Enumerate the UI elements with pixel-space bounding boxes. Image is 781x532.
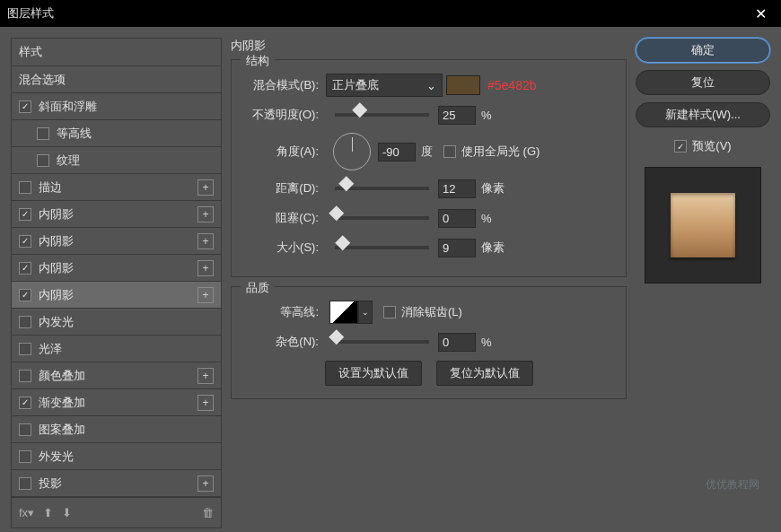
style-checkbox[interactable] (19, 343, 31, 355)
panel-title: 内阴影 (231, 38, 627, 54)
add-effect-button[interactable]: + (197, 368, 214, 384)
style-label: 颜色叠加 (39, 368, 85, 384)
distance-label: 距离(D): (242, 180, 319, 196)
style-label: 光泽 (39, 341, 62, 357)
structure-fieldset: 结构 混合模式(B): 正片叠底 ⌄ #5e482b 不透明度(O): 25 % (231, 59, 627, 277)
style-checkbox[interactable] (19, 450, 31, 463)
fx-icon[interactable]: fx▾ (19, 506, 34, 519)
distance-slider[interactable] (335, 187, 429, 190)
style-item[interactable]: 等高线 (12, 120, 221, 147)
add-effect-button[interactable]: + (197, 179, 214, 196)
add-effect-button[interactable]: + (197, 395, 214, 411)
noise-slider[interactable] (335, 340, 429, 344)
add-effect-button[interactable]: + (197, 233, 214, 249)
dialog-title: 图层样式 (7, 5, 54, 22)
style-checkbox[interactable] (37, 127, 49, 140)
style-item[interactable]: ✓内阴影+ (12, 255, 221, 282)
style-checkbox[interactable]: ✓ (19, 262, 31, 275)
add-effect-button[interactable]: + (197, 475, 214, 492)
style-label: 等高线 (57, 126, 92, 142)
size-slider[interactable] (335, 246, 429, 249)
global-light-checkbox[interactable] (443, 145, 456, 158)
style-label: 渐变叠加 (39, 395, 85, 411)
style-item[interactable]: 外发光 (12, 443, 221, 470)
style-checkbox[interactable] (19, 181, 31, 194)
size-input[interactable]: 9 (438, 239, 476, 257)
style-checkbox[interactable]: ✓ (19, 100, 31, 113)
style-item[interactable]: ✓内阴影+ (12, 282, 221, 309)
distance-unit: 像素 (481, 180, 505, 196)
style-checkbox[interactable]: ✓ (19, 208, 31, 221)
noise-input[interactable]: 0 (438, 333, 476, 352)
make-default-button[interactable]: 设置为默认值 (325, 361, 422, 386)
add-effect-button[interactable]: + (197, 287, 214, 303)
right-panel: 确定 复位 新建样式(W)... ✓ 预览(V) (636, 38, 770, 528)
add-effect-button[interactable]: + (197, 260, 214, 276)
styles-header: 样式 (12, 39, 221, 66)
color-swatch[interactable] (446, 75, 480, 95)
style-item[interactable]: 光泽 (12, 336, 221, 362)
up-icon[interactable]: ⬆ (43, 506, 53, 519)
opacity-input[interactable]: 25 (438, 106, 476, 125)
blend-options[interactable]: 混合选项 (12, 66, 221, 93)
opacity-slider[interactable] (335, 113, 429, 117)
color-annotation: #5e482b (487, 78, 537, 92)
opacity-label: 不透明度(O): (242, 107, 319, 123)
style-item[interactable]: 纹理 (12, 147, 221, 174)
add-effect-button[interactable]: + (197, 206, 214, 222)
choke-label: 阻塞(C): (242, 210, 319, 226)
ok-button[interactable]: 确定 (636, 38, 770, 63)
angle-label: 角度(A): (242, 144, 319, 160)
angle-input[interactable]: -90 (378, 143, 416, 161)
quality-legend: 品质 (241, 280, 275, 296)
titlebar: 图层样式 ✕ (0, 0, 781, 27)
choke-slider[interactable] (335, 216, 429, 220)
opacity-unit: % (481, 109, 492, 122)
style-item[interactable]: 描边+ (12, 174, 221, 201)
new-style-button[interactable]: 新建样式(W)... (636, 102, 770, 127)
angle-dial[interactable] (333, 133, 371, 170)
style-item[interactable]: 内发光 (12, 309, 221, 336)
reset-default-button[interactable]: 复位为默认值 (436, 361, 533, 386)
style-checkbox[interactable] (19, 477, 31, 490)
style-checkbox[interactable] (19, 316, 31, 328)
angle-unit: 度 (421, 144, 433, 160)
preview-checkbox[interactable]: ✓ (674, 140, 687, 153)
style-checkbox[interactable] (37, 154, 49, 167)
style-label: 投影 (39, 475, 62, 492)
style-item[interactable]: ✓渐变叠加+ (12, 389, 221, 416)
style-checkbox[interactable]: ✓ (19, 397, 31, 409)
blend-mode-dropdown[interactable]: 正片叠底 ⌄ (326, 74, 443, 97)
cancel-button[interactable]: 复位 (636, 70, 770, 95)
style-checkbox[interactable]: ✓ (19, 289, 31, 301)
choke-unit: % (481, 212, 492, 225)
noise-label: 杂色(N): (242, 334, 319, 350)
contour-label: 等高线: (242, 304, 319, 320)
close-button[interactable]: ✕ (747, 0, 774, 27)
down-icon[interactable]: ⬇ (62, 506, 72, 519)
quality-fieldset: 品质 等高线: ⌄ 消除锯齿(L) 杂色(N): 0 % 设置为默认值 复位为 (231, 286, 627, 399)
style-label: 外发光 (39, 449, 74, 465)
contour-picker[interactable] (329, 301, 358, 324)
trash-icon[interactable]: 🗑 (202, 506, 214, 519)
style-checkbox[interactable]: ✓ (19, 235, 31, 248)
antialias-checkbox[interactable] (383, 306, 396, 318)
style-item[interactable]: ✓内阴影+ (12, 228, 221, 255)
style-item[interactable]: ✓斜面和浮雕 (12, 93, 221, 120)
distance-input[interactable]: 12 (438, 179, 476, 198)
choke-input[interactable]: 0 (438, 209, 476, 228)
style-item[interactable]: 投影+ (12, 470, 221, 497)
style-label: 内发光 (39, 314, 74, 330)
style-checkbox[interactable] (19, 370, 31, 382)
style-item[interactable]: ✓内阴影+ (12, 201, 221, 228)
noise-unit: % (481, 336, 492, 349)
size-unit: 像素 (481, 240, 505, 256)
contour-dropdown[interactable]: ⌄ (358, 301, 373, 324)
style-label: 内阴影 (39, 287, 74, 303)
preview-swatch (671, 193, 735, 257)
styles-list: 样式 混合选项 ✓斜面和浮雕等高线纹理描边+✓内阴影+✓内阴影+✓内阴影+✓内阴… (11, 38, 222, 528)
structure-legend: 结构 (241, 53, 275, 69)
style-item[interactable]: 图案叠加 (12, 416, 221, 443)
style-item[interactable]: 颜色叠加+ (12, 362, 221, 389)
style-checkbox[interactable] (19, 423, 31, 436)
